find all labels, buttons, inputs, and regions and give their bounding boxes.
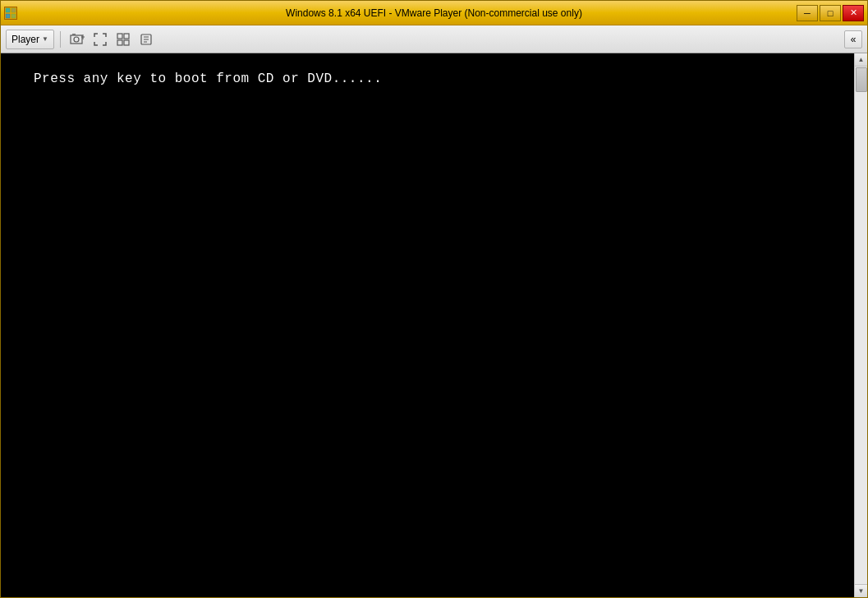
title-bar-left: [4, 7, 17, 20]
scrollbar: ▲ ▼: [854, 53, 867, 597]
svg-rect-0: [6, 8, 10, 12]
player-menu-group: Player ▼: [6, 30, 54, 49]
scroll-down-arrow[interactable]: ▼: [855, 584, 867, 597]
vm-screen[interactable]: Press any key to boot from CD or DVD....…: [1, 53, 854, 597]
svg-rect-11: [117, 40, 122, 45]
snapshot-icon: [70, 33, 85, 46]
player-menu-button[interactable]: Player ▼: [6, 30, 54, 49]
window-title: Windows 8.1 x64 UEFI - VMware Player (No…: [286, 7, 582, 19]
close-button[interactable]: ✕: [843, 5, 864, 21]
svg-rect-5: [72, 34, 76, 35]
vmware-player-window: Windows 8.1 x64 UEFI - VMware Player (No…: [0, 0, 868, 598]
app-icon: [4, 7, 17, 20]
collapse-button[interactable]: «: [844, 30, 862, 48]
unity-icon: [117, 33, 130, 46]
svg-rect-12: [124, 40, 129, 45]
svg-rect-3: [11, 14, 16, 18]
snapshot-button[interactable]: [67, 30, 88, 49]
separator-1: [60, 31, 61, 48]
unity-button[interactable]: [113, 30, 134, 49]
svg-rect-1: [11, 8, 16, 12]
scrollbar-thumb[interactable]: [856, 67, 867, 92]
scroll-up-arrow[interactable]: ▲: [855, 53, 867, 67]
fullscreen-button[interactable]: [90, 30, 111, 49]
title-bar: Windows 8.1 x64 UEFI - VMware Player (No…: [1, 1, 867, 25]
minimize-button[interactable]: ─: [797, 5, 818, 21]
title-controls: ─ □ ✕: [797, 5, 864, 21]
toolbar: Player ▼: [1, 25, 867, 53]
content-area: Press any key to boot from CD or DVD....…: [1, 53, 867, 597]
dropdown-arrow-icon: ▼: [42, 35, 48, 43]
svg-rect-10: [124, 34, 129, 39]
boot-message: Press any key to boot from CD or DVD....…: [34, 71, 382, 86]
toolbar-icons-group: [67, 30, 157, 49]
svg-rect-2: [6, 14, 10, 18]
preferences-button[interactable]: [135, 30, 157, 49]
restore-button[interactable]: □: [820, 5, 841, 21]
svg-rect-9: [117, 34, 122, 39]
scrollbar-track[interactable]: [855, 67, 867, 584]
player-label: Player: [11, 34, 39, 45]
svg-point-6: [74, 37, 79, 42]
fullscreen-icon: [94, 33, 107, 46]
preferences-icon: [140, 33, 153, 46]
